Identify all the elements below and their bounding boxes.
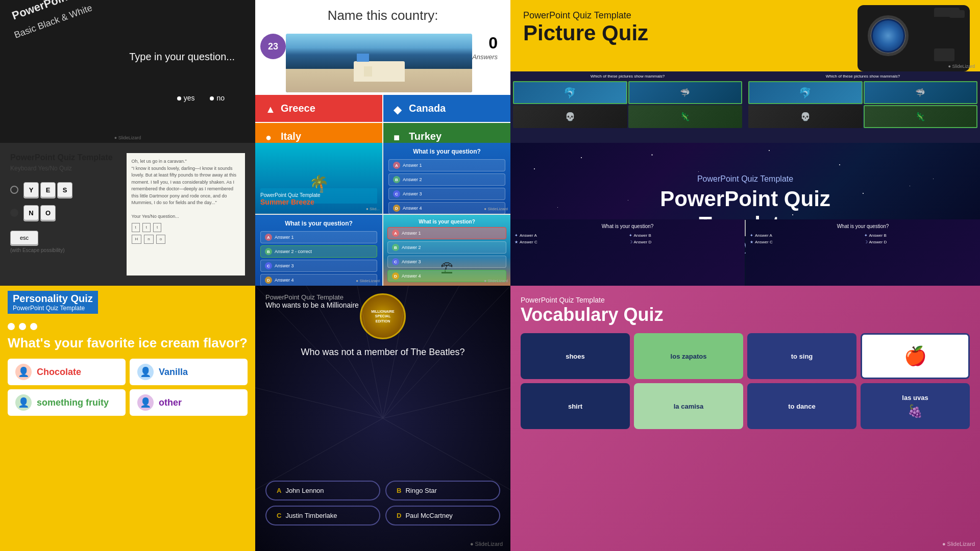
diamond-icon: ◆ [394,104,404,114]
galaxy-quiz-cell: PowerPoint Quiz Template PowerPoint Quiz… [510,143,980,286]
key-e: E [40,182,56,197]
mammal-img-5: 🐬 [748,81,863,104]
bw-slidelizard: ● SlideLizard [114,135,141,140]
mammal-question-1: Which of these pictures show mammals? [513,74,742,79]
gq-a1: ✦ Answer A [514,233,627,238]
keyboard-quiz-title: PowerPoint Quiz Template [10,153,119,162]
svg-line-6 [255,388,383,418]
personality-container: Personality Quiz PowerPoint Quiz Templat… [0,286,255,551]
millionaire-cell: PowerPoint Quiz Template Who wants to be… [255,286,510,551]
gq-d2: ☽ Answer D [864,240,976,244]
answer-canada[interactable]: ◆ Canada [383,95,510,122]
answer-fruity[interactable]: 👤 something fruity [8,389,126,416]
dot-3 [30,323,37,330]
mill-answer-a[interactable]: A John Lennon [265,481,380,500]
letter-a-3: A [392,230,399,237]
vocab-small-title: PowerPoint Quiz Template [521,296,970,304]
mammal-img-7: 💀 [748,105,863,128]
galaxy-panel-2: What is your question? ✦ Answer A ✦ Answ… [746,219,980,286]
mill-answer-c[interactable]: C Justin Timberlake [265,506,380,525]
circle-icon: ● [265,132,276,142]
bw-question: Type in your question... [129,51,235,63]
svg-line-9 [383,418,510,490]
no-radio[interactable] [10,209,18,217]
millionaire-question: Who was not a member of The Beatles? [255,347,510,358]
label-other: other [159,397,182,408]
avatar-chocolate: 👤 [15,364,32,380]
gq-c1: ★ Answer C [514,240,627,244]
mammal-img-3: 💀 [513,105,627,128]
mill-letter-d: D [397,512,401,519]
vocab-sliderizard: ● SlideLizard [942,541,975,547]
mammal-img-1: 🐬 [513,81,627,104]
q3-sl: ● SlideLizard [484,279,508,283]
quiz-q-title-3: What is your question? [387,219,506,224]
vocab-label-shoes: shoes [566,353,585,360]
key-s: S [57,182,72,197]
answer-a-1: A Answer 1 [388,159,505,171]
mill-text-a: John Lennon [285,487,324,494]
mammal-grid-1: 🐬 🦈 💀 🦎 [513,81,742,128]
answer-b-1: B Answer 2 [388,173,505,186]
galaxy-small-title: PowerPoint Quiz Template [628,174,863,184]
escape-note: (with Escape possibility) [10,247,119,253]
mill-answer-b[interactable]: B Ringo Star [385,481,500,500]
answer-c-2: C Answer 3 [260,260,377,272]
answer-chocolate[interactable]: 👤 Chocolate [8,359,126,385]
keyboard-text-sample: Oh, let us go in a caravan." "I know it … [127,153,246,276]
vocab-card-la-camisa: la camisa [634,383,743,429]
q2-sl: ● SlideLizard [356,279,380,283]
gq-question-2: What is your question? [750,223,976,229]
answer-italy[interactable]: ● Italy [255,123,382,143]
vocab-label-camisa: la camisa [674,403,704,410]
mill-letter-c: C [277,512,281,519]
pq-panel-1: Which of these pictures show mammals? 🐬 … [510,71,745,143]
galaxy-panel-1: What is your question? ✦ Answer A ✦ Answ… [510,219,745,286]
answer-c-3: C Answer 3 [387,256,506,268]
question-box-1: What is your question? A Answer 1 B Answ… [383,143,510,214]
no-dot [210,96,214,101]
answer-other[interactable]: 👤 other [130,389,248,416]
triangle-icon: ▲ [265,104,276,114]
summer-breeze-cell: 🌴 PowerPoint Quiz Template Summer Breeze… [255,143,382,214]
answer-turkey[interactable]: ■ Turkey [383,123,510,143]
svg-line-8 [255,418,383,490]
square-icon: ■ [394,132,404,142]
letter-a-1: A [393,162,400,169]
personality-badge: Personality Quiz PowerPoint Quiz Templat… [8,291,98,314]
personality-title: Personality Quiz [13,293,93,305]
dot-2 [19,323,26,330]
personality-answers: 👤 Chocolate 👤 Vanilla 👤 something fruity… [0,354,255,421]
picture-quiz-cell: PowerPoint Quiz Template Picture Quiz Wh… [510,0,980,143]
keyboard-left: PowerPoint Quiz Template Keyboard Yes/No… [10,153,119,276]
gq-c2: ★ Answer C [750,240,862,244]
vocab-card-to-dance: to dance [747,383,856,429]
vocab-label-to-dance: to dance [788,403,815,410]
galaxy-container: PowerPoint Quiz Template PowerPoint Quiz… [510,143,980,286]
millionaire-answers: A John Lennon B Ringo Star C Justin Timb… [265,481,500,525]
dots-row [0,320,255,333]
letter-d-3: D [392,272,399,280]
personality-header: Personality Quiz PowerPoint Quiz Templat… [0,286,255,320]
vocab-card-las-uvas: las uvas 🍇 [861,383,970,429]
letter-d-1: D [393,205,400,212]
avatar-other: 👤 [137,394,154,411]
quiz-question-box-1: What is your question? A Answer 1 B Answ… [383,143,510,214]
sample-text: Oh, let us go in a caravan." "I know it … [132,158,240,244]
yes-radio[interactable] [10,186,18,194]
mill-answer-d[interactable]: D Paul McCartney [385,506,500,525]
vocab-label-to-sing: to sing [791,353,813,360]
answer-greece[interactable]: ▲ Greece [255,95,382,122]
mill-sliderizard: ● SlideLizard [470,541,503,547]
vocabulary-quiz-cell: PowerPoint Quiz Template Vocabulary Quiz… [510,286,980,551]
galaxy-bottom-panels: What is your question? ✦ Answer A ✦ Answ… [510,219,980,286]
vocabulary-header: PowerPoint Quiz Template Vocabulary Quiz [521,296,970,325]
country-answers: ▲ Greece ◆ Canada ● Italy ■ Turkey [255,95,510,143]
mammal-question-2: Which of these pictures show mammals? [748,74,977,79]
answers-label: Answers [472,53,498,61]
summer-sl: ● Slid... [366,207,380,211]
letter-b-2: B [265,248,272,255]
crescent-icon-2: ☽ [864,240,868,244]
answer-vanilla[interactable]: 👤 Vanilla [130,359,248,385]
bw-options: yes no [177,94,225,102]
